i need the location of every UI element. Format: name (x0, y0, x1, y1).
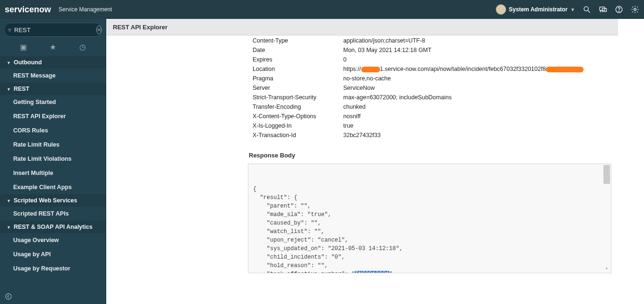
svg-point-0 (584, 7, 588, 11)
header-row: Transfer-Encodingchunked (249, 103, 587, 111)
svg-point-7 (6, 294, 11, 299)
header-row: X-Is-Logged-Intrue (249, 122, 587, 130)
nav-filter[interactable]: ▿ ✕ (4, 23, 102, 37)
header-row: ServerServiceNow (249, 84, 587, 92)
header-row: Locationhttps://1.service-now.com/api/no… (249, 65, 587, 73)
code-scrollbar[interactable]: ▾ (603, 165, 610, 272)
code-line: "child_incidents": "0", (253, 253, 606, 261)
svg-line-1 (588, 10, 590, 13)
header-value: application/json;charset=UTF-8 (339, 36, 587, 45)
nav-item[interactable]: CORS Rules (0, 123, 106, 138)
nav-item[interactable]: Scripted REST APIs (0, 207, 106, 221)
code-line: "sys_updated_on": "2021-05-03 14:12:18", (253, 244, 606, 253)
redaction (546, 67, 584, 72)
left-nav: ▿ ✕ ▣ ★ ◷ OutboundREST MessageRESTGettin… (0, 19, 106, 304)
header-row: Content-Typeapplication/json;charset=UTF… (249, 36, 587, 45)
header-row: X-Transaction-Id32bc27432f33 (249, 131, 587, 139)
header-row: Pragmano-store,no-cache (249, 74, 587, 83)
nav-item[interactable]: Usage by Requestor (0, 261, 106, 276)
chevron-down-icon: ▼ (570, 7, 575, 12)
nav-section[interactable]: REST & SOAP API Analytics (0, 221, 106, 233)
header-key: Date (249, 46, 339, 54)
nav-section[interactable]: REST (0, 83, 106, 95)
header-row: DateMon, 03 May 2021 14:12:18 GMT (249, 46, 587, 54)
header-row: X-Content-Type-Optionsnosniff (249, 112, 587, 121)
scrollbar-down-icon[interactable]: ▾ (603, 265, 610, 272)
header-value: 0 (339, 55, 587, 64)
header-key: X-Content-Type-Options (249, 112, 339, 121)
content-area: Content-Typeapplication/json;charset=UTF… (106, 35, 618, 304)
code-line: "hold_reason": "", (253, 261, 606, 270)
help-icon[interactable] (615, 5, 623, 14)
brand-logo: servicenow (5, 5, 51, 15)
header-key: Strict-Transport-Security (249, 93, 339, 102)
nav-history-icon[interactable]: ◷ (79, 43, 86, 52)
header-value: 32bc27432f33 (339, 131, 587, 139)
user-menu[interactable]: System Administrator ▼ (496, 4, 575, 15)
chat-icon[interactable] (599, 5, 607, 14)
header-key: Server (249, 84, 339, 92)
nav-section[interactable]: Outbound (0, 56, 106, 69)
header-key: Pragma (249, 74, 339, 83)
code-line: "upon_reject": "cancel", (253, 236, 606, 244)
header-value: https://1.service-now.com/api/now/table/… (339, 65, 587, 73)
user-name: System Administrator (509, 6, 568, 13)
header-value: max-age=63072000; includeSubDomains (339, 93, 587, 102)
brand: servicenow Service Management (5, 5, 112, 15)
header-value: chunked (339, 103, 587, 111)
code-line: "made_sla": "true", (253, 210, 606, 219)
nav-item[interactable]: Usage Overview (0, 233, 106, 247)
selected-text: INC0010001 (355, 271, 389, 273)
svg-point-5 (619, 11, 619, 11)
code-line: { (253, 185, 606, 193)
header-value: nosniff (339, 112, 587, 121)
nav-section[interactable]: Scripted Web Services (0, 194, 106, 207)
response-body-label: Response Body (249, 152, 618, 159)
header-key: Transfer-Encoding (249, 103, 339, 111)
nav-item[interactable]: REST Message (0, 69, 106, 83)
page-title: REST API Explorer (106, 19, 618, 35)
header-value: ServiceNow (339, 84, 587, 92)
nav-item[interactable]: Insert Multiple (0, 166, 106, 180)
nav-item[interactable]: Getting Started (0, 95, 106, 109)
header-value: true (339, 122, 587, 130)
code-line: "parent": "", (253, 202, 606, 210)
header-key: X-Transaction-Id (249, 131, 339, 139)
code-line: "watch_list": "", (253, 227, 606, 236)
funnel-icon: ▿ (8, 26, 11, 34)
header-key: Location (249, 65, 339, 73)
avatar (496, 4, 506, 15)
clear-filter-button[interactable]: ✕ (96, 26, 102, 34)
nav-item[interactable]: REST API Explorer (0, 109, 106, 123)
nav-item[interactable]: Example Client Apps (0, 180, 106, 194)
header-key: Content-Type (249, 36, 339, 45)
response-body-box[interactable]: { "result": { "parent": "", "made_sla": … (248, 164, 611, 273)
nav-favorites-icon[interactable]: ★ (50, 43, 56, 52)
nav-collapse-button[interactable] (0, 291, 106, 304)
brand-subtitle: Service Management (59, 6, 112, 13)
header-key: X-Is-Logged-In (249, 122, 339, 130)
nav-tree[interactable]: OutboundREST MessageRESTGetting StartedR… (0, 56, 106, 291)
header-row: Strict-Transport-Securitymax-age=6307200… (249, 93, 587, 102)
nav-filter-input[interactable] (14, 26, 93, 34)
header-value: Mon, 03 May 2021 14:12:18 GMT (339, 46, 587, 54)
nav-item[interactable]: Rate Limit Violations (0, 152, 106, 166)
code-line: "result": { (253, 193, 606, 202)
top-banner: servicenow Service Management System Adm… (0, 0, 644, 19)
response-headers-table: Content-Typeapplication/json;charset=UTF… (248, 35, 588, 140)
header-value: no-store,no-cache (339, 74, 587, 83)
nav-item[interactable]: Rate Limit Rules (0, 138, 106, 152)
code-line: "caused_by": "", (253, 219, 606, 227)
nav-apps-icon[interactable]: ▣ (20, 43, 27, 52)
nav-item[interactable]: Usage by API (0, 247, 106, 261)
scrollbar-thumb[interactable] (603, 165, 610, 184)
header-key: Expires (249, 55, 339, 64)
svg-point-6 (634, 9, 636, 11)
header-row: Expires0 (249, 55, 587, 64)
gear-icon[interactable] (631, 5, 639, 14)
code-line: "task_effective_number": "INC0010001", (253, 270, 606, 273)
search-icon[interactable] (583, 5, 591, 14)
redaction (361, 67, 380, 72)
